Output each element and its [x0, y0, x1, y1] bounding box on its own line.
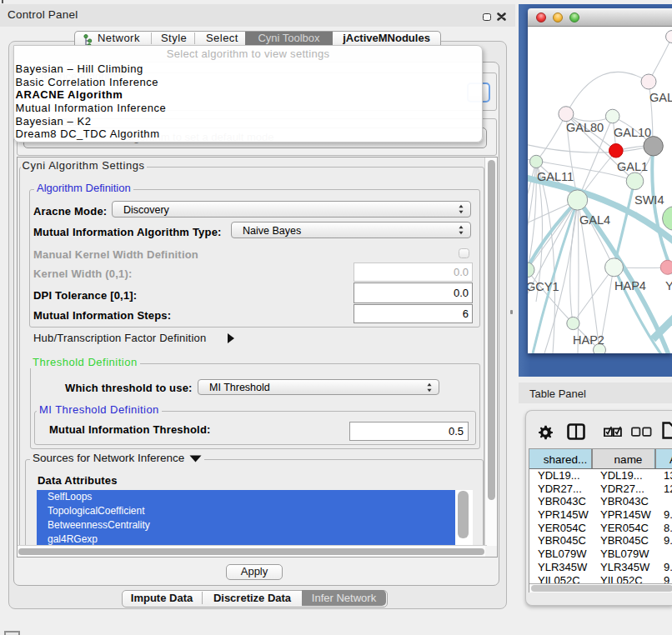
svg-text:GAL: GAL	[649, 91, 672, 104]
svg-text:HAP4: HAP4	[614, 279, 646, 292]
svg-text:GAL80: GAL80	[566, 121, 604, 134]
svg-text:HAP2: HAP2	[573, 333, 604, 347]
svg-text:GAL11: GAL11	[537, 170, 574, 183]
svg-text:GAL10: GAL10	[614, 126, 651, 139]
svg-text:Y: Y	[665, 279, 672, 292]
svg-text:SWI4: SWI4	[634, 193, 664, 207]
svg-text:GAL1: GAL1	[617, 160, 648, 173]
svg-text:GAL4: GAL4	[579, 213, 610, 227]
svg-text:GCY1: GCY1	[528, 280, 559, 293]
